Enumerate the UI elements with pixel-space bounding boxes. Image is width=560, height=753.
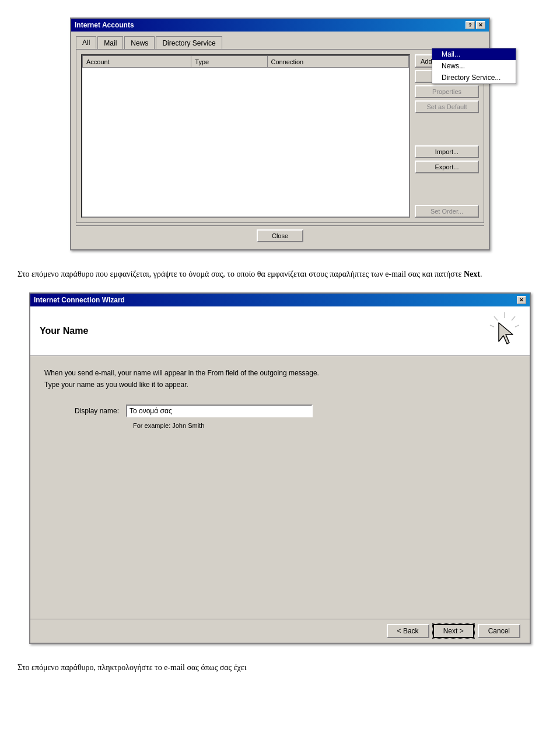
accounts-dialog: Internet Accounts ? ✕ All Mail News D [70,18,490,250]
close-button[interactable]: ✕ [476,21,485,29]
cursor-svg [487,312,519,350]
dropdown-item-news[interactable]: News... [432,60,516,72]
accounts-content: All Mail News Directory Service [71,32,489,249]
next-button[interactable]: Next > [433,624,474,638]
tabs-row: All Mail News Directory Service [76,36,484,49]
svg-line-3 [494,316,498,320]
svg-line-2 [515,325,519,327]
svg-line-4 [490,325,494,327]
titlebar-buttons: ? ✕ [466,21,485,29]
properties-button[interactable]: Properties [415,85,479,98]
display-name-label: Display name: [44,407,126,415]
wizard-description: When you send e-mail, your name will app… [44,368,516,390]
export-button[interactable]: Export... [415,161,479,173]
tab-content: Account Type Connection [76,49,484,223]
cancel-button[interactable]: Cancel [478,624,520,638]
accounts-table-container: Account Type Connection [81,54,410,218]
tab-directory-service[interactable]: Directory Service [156,36,222,49]
wizard-footer: < Back Next > Cancel [30,619,530,643]
svg-marker-5 [499,323,513,344]
wizard-body: When you send e-mail, your name will app… [30,356,530,619]
wizard-header: Your Name [30,306,530,356]
wizard-titlebar-buttons: ✕ [517,296,526,304]
wizard-close-button[interactable]: ✕ [517,296,526,304]
back-button[interactable]: < Back [387,624,429,638]
wizard-section-title: Your Name [40,326,88,336]
set-order-button[interactable]: Set Order... [415,205,479,218]
tab-mail[interactable]: Mail [97,36,123,49]
wizard-desc-line2: Type your name as you would like it to a… [44,379,516,391]
col-connection: Connection [267,56,409,68]
accounts-wrapper: Internet Accounts ? ✕ All Mail News D [70,18,490,250]
paragraph-1-bold: Next [464,270,480,278]
help-button[interactable]: ? [466,21,475,29]
accounts-table: Account Type Connection [82,55,409,78]
paragraph-1-text: Στο επόμενο παράθυρο που εμφανίζεται, γρ… [18,270,464,278]
wizard-cursor-icon [485,313,520,348]
accounts-title: Internet Accounts [75,21,134,29]
add-dropdown-menu: Mail... News... Directory Service... [432,48,516,84]
dropdown-item-mail[interactable]: Mail... [432,48,516,60]
col-account: Account [83,56,191,68]
wizard-title: Internet Connection Wizard [34,296,125,304]
tab-all[interactable]: All [76,36,96,49]
close-accounts-button[interactable]: Close [257,229,303,242]
dropdown-item-directory[interactable]: Directory Service... [432,72,516,83]
accounts-titlebar: Internet Accounts ? ✕ [71,19,489,32]
import-button[interactable]: Import... [415,145,479,158]
tab-news[interactable]: News [124,36,155,49]
wizard-titlebar: Internet Connection Wizard ✕ [30,294,530,306]
wizard-dialog: Internet Connection Wizard ✕ Your Name [29,292,531,644]
bottom-btn-row: Close [76,225,484,245]
paragraph-2: Στο επόμενο παράθυρο, πληκτρολογήστε το … [18,661,542,674]
table-row-empty [83,68,409,78]
paragraph-1: Στο επόμενο παράθυρο που εμφανίζεται, γρ… [18,268,542,281]
paragraph-2-text: Στο επόμενο παράθυρο, πληκτρολογήστε το … [18,663,246,672]
wizard-desc-line1: When you send e-mail, your name will app… [44,368,516,379]
col-type: Type [191,56,267,68]
set-as-default-button[interactable]: Set as Default [415,100,479,113]
form-example: For example: John Smith [133,422,516,429]
display-name-input[interactable] [126,405,313,417]
svg-line-1 [512,316,515,320]
display-name-row: Display name: [44,405,516,417]
